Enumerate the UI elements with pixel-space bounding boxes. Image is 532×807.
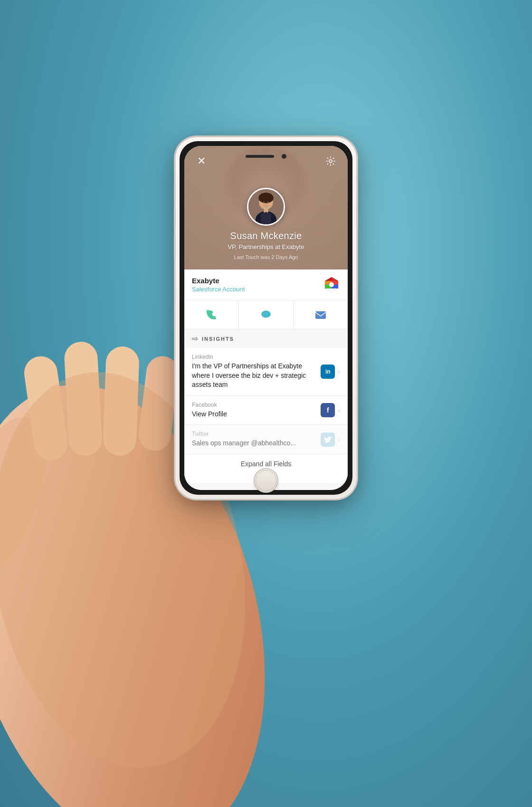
svg-point-19 xyxy=(329,282,334,287)
speaker-grille xyxy=(246,155,274,158)
svg-rect-5 xyxy=(137,355,180,453)
facebook-insight-right: f › xyxy=(321,403,340,417)
phone-device: ✕ xyxy=(176,137,356,499)
facebook-logo: f xyxy=(321,403,335,417)
contact-title: VP, Partnerships at Exabyte xyxy=(228,243,304,250)
twitter-insight-right: › xyxy=(321,432,340,447)
svg-point-17 xyxy=(269,202,272,206)
company-card[interactable]: Exabyte Salesforce Account xyxy=(184,269,348,300)
email-button[interactable] xyxy=(294,300,348,329)
facebook-insight-card[interactable]: Facebook View Profile f › xyxy=(184,396,348,425)
phone-screen: ✕ xyxy=(184,146,348,490)
svg-rect-2 xyxy=(22,354,69,462)
linkedin-insight-card[interactable]: Linkedin I'm the VP of Partnerships at E… xyxy=(184,348,348,396)
svg-point-15 xyxy=(267,202,269,203)
front-camera xyxy=(282,154,286,159)
svg-rect-3 xyxy=(64,341,103,456)
power-button xyxy=(356,194,358,228)
twitter-insight-card[interactable]: Twitter Sales ops manager @abhealthco... xyxy=(184,425,348,454)
svg-point-16 xyxy=(260,202,263,206)
call-button[interactable] xyxy=(184,300,239,329)
svg-point-1 xyxy=(0,405,65,592)
salesforce-link[interactable]: Salesforce Account xyxy=(192,286,245,293)
home-button-ring xyxy=(256,470,276,491)
linkedin-insight-text: I'm the VP of Partnerships at Exabyte wh… xyxy=(192,362,315,390)
linkedin-logo: in xyxy=(321,365,335,379)
linkedin-source-label: Linkedin xyxy=(192,354,315,360)
company-name: Exabyte xyxy=(192,277,245,285)
expand-label: Expand all Fields xyxy=(241,460,292,468)
svg-point-14 xyxy=(263,202,265,203)
twitter-source-label: Twitter xyxy=(192,431,315,437)
volume-down-button xyxy=(174,235,176,259)
twitter-insight-text: Sales ops manager @abhealthco... xyxy=(192,439,315,448)
action-buttons-row xyxy=(184,300,348,329)
last-touch-label: Last Touch was 2 Days Ago xyxy=(234,254,298,260)
facebook-source-label: Facebook xyxy=(192,402,315,408)
insights-label: INSIGHTS xyxy=(202,336,234,342)
linkedin-chevron-icon: › xyxy=(338,368,340,375)
svg-point-11 xyxy=(260,192,272,200)
contact-name: Susan Mckenzie xyxy=(230,231,302,241)
svg-rect-22 xyxy=(315,311,326,319)
phone-top-bar xyxy=(176,137,356,175)
mute-button xyxy=(174,185,176,202)
insights-section-header: ⇨ INSIGHTS xyxy=(184,329,348,348)
message-button[interactable] xyxy=(239,300,294,329)
svg-rect-4 xyxy=(103,346,140,456)
facebook-insight-text: View Profile xyxy=(192,410,315,419)
salesforce-icon xyxy=(323,276,340,293)
twitter-chevron-icon: › xyxy=(338,436,340,443)
twitter-logo xyxy=(321,432,335,447)
contact-avatar xyxy=(247,188,285,226)
volume-up-button xyxy=(174,206,176,230)
insights-arrow-icon: ⇨ xyxy=(192,334,198,343)
facebook-chevron-icon: › xyxy=(338,406,340,414)
linkedin-insight-right: in › xyxy=(321,365,340,379)
svg-point-20 xyxy=(261,311,271,318)
home-button[interactable] xyxy=(254,468,278,493)
